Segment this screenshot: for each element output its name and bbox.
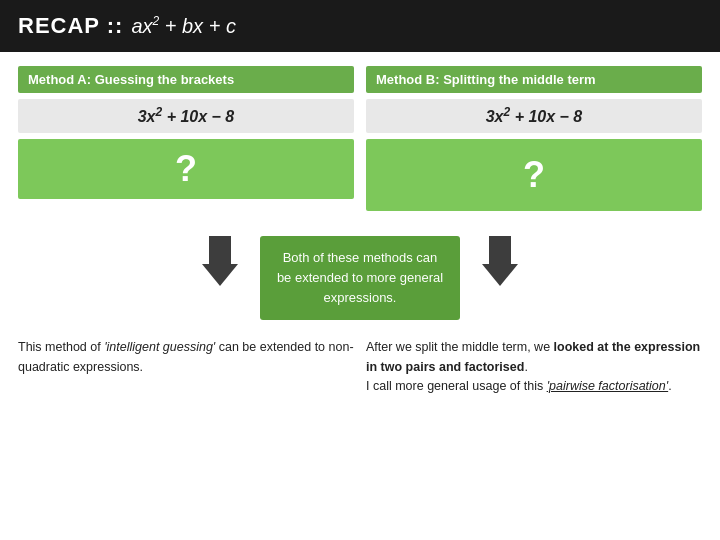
method-b-panel: Method B: Splitting the middle term 3x2 … bbox=[366, 66, 702, 226]
main-content: Method A: Guessing the brackets 3x2 + 10… bbox=[0, 52, 720, 540]
method-a-question-box: ? bbox=[18, 139, 354, 199]
method-a-label: Method A: bbox=[28, 72, 91, 87]
right-arrow bbox=[482, 236, 518, 286]
center-info-box: Both of these methods can be extended to… bbox=[260, 236, 460, 320]
bottom-section: This method of 'intelligent guessing' ca… bbox=[18, 338, 702, 396]
method-a-panel: Method A: Guessing the brackets 3x2 + 10… bbox=[18, 66, 354, 226]
left-arrow bbox=[202, 236, 238, 286]
formula-display: ax2 + bx + c bbox=[131, 14, 236, 38]
method-a-expression: 3x2 + 10x − 8 bbox=[18, 99, 354, 133]
method-a-bottom-text: This method of 'intelligent guessing' ca… bbox=[18, 338, 354, 396]
method-b-label: Method B: bbox=[376, 72, 440, 87]
recap-label: RECAP :: bbox=[18, 13, 123, 39]
method-b-bottom-content: After we split the middle term, we looke… bbox=[366, 340, 700, 393]
left-arrow-head bbox=[202, 264, 238, 286]
method-b-question-box: ? bbox=[366, 139, 702, 211]
right-arrow-body bbox=[489, 236, 511, 264]
right-arrow-head bbox=[482, 264, 518, 286]
page-header: RECAP :: ax2 + bx + c bbox=[0, 0, 720, 52]
method-b-desc: Splitting the middle term bbox=[443, 72, 595, 87]
center-box-text: Both of these methods can be extended to… bbox=[277, 250, 443, 305]
method-a-bottom-content: This method of 'intelligent guessing' ca… bbox=[18, 340, 354, 373]
method-a-question-mark: ? bbox=[175, 148, 197, 190]
method-a-desc: Guessing the brackets bbox=[95, 72, 234, 87]
right-arrow-col bbox=[460, 236, 540, 286]
method-b-question-mark: ? bbox=[523, 154, 545, 196]
top-section: Method A: Guessing the brackets 3x2 + 10… bbox=[18, 66, 702, 226]
method-a-header: Method A: Guessing the brackets bbox=[18, 66, 354, 93]
middle-section: Both of these methods can be extended to… bbox=[18, 236, 702, 320]
method-b-bottom-text: After we split the middle term, we looke… bbox=[366, 338, 702, 396]
left-arrow-col bbox=[180, 236, 260, 286]
method-b-header: Method B: Splitting the middle term bbox=[366, 66, 702, 93]
method-b-expression: 3x2 + 10x − 8 bbox=[366, 99, 702, 133]
left-arrow-body bbox=[209, 236, 231, 264]
